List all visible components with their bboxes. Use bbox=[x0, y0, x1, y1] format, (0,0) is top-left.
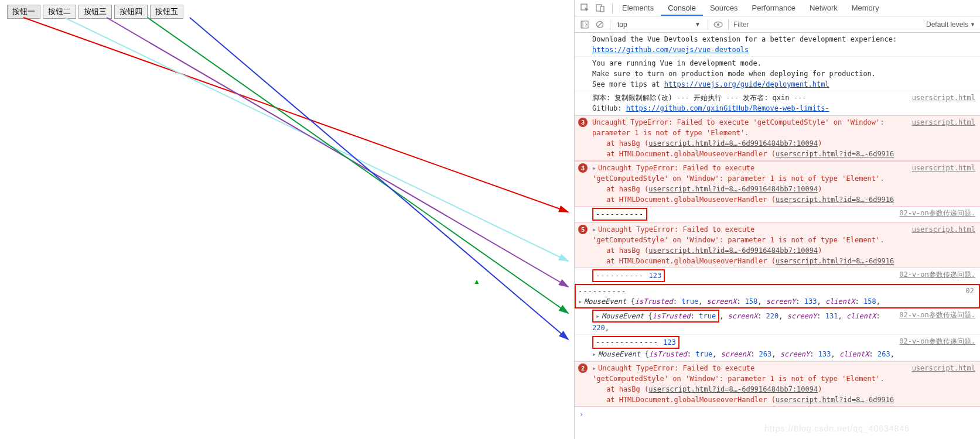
expand-arrow-icon[interactable]: ▸ bbox=[592, 224, 598, 235]
tab-sources[interactable]: Sources bbox=[703, 0, 745, 16]
stack-link[interactable]: userscript.html?id=8…-6d9916484bb7:10094 bbox=[648, 246, 818, 255]
chevron-down-icon: ▼ bbox=[695, 21, 701, 28]
console-message: Download the Vue Devtools extension for … bbox=[575, 33, 980, 57]
console-toolbar: top ▼ Default levels ▼ bbox=[575, 16, 980, 33]
separator bbox=[612, 3, 613, 13]
highlighted-output: ---------- bbox=[592, 208, 647, 221]
tab-elements[interactable]: Elements bbox=[615, 0, 661, 16]
expand-arrow-icon[interactable]: ▸ bbox=[592, 349, 598, 359]
cursor-marker-icon: ▲ bbox=[473, 277, 480, 286]
stack-trace: at hasBg (userscript.html?id=8…-6d991648… bbox=[592, 245, 975, 266]
execution-context-select[interactable]: top ▼ bbox=[615, 19, 703, 30]
page-button-2[interactable]: 按钮二 bbox=[43, 5, 76, 19]
error-text: 'getComputedStyle' on 'Window': paramete… bbox=[592, 174, 885, 183]
error-text: Uncaught TypeError: Failed to execute bbox=[598, 364, 754, 372]
svg-rect-4 bbox=[581, 21, 583, 28]
message-text: You are running Vue in development mode. bbox=[592, 59, 762, 67]
page-button-4[interactable]: 按钮四 bbox=[114, 5, 148, 19]
stack-link[interactable]: userscript.html?id=8…-6d9916484bb7:10094 bbox=[648, 139, 818, 148]
source-link[interactable]: userscript.html bbox=[912, 92, 975, 103]
tab-performance[interactable]: Performance bbox=[745, 0, 803, 16]
console-message: 02-v-on参数传递问题. ---------- bbox=[575, 207, 980, 222]
log-text: ---------- bbox=[578, 287, 626, 295]
source-link[interactable]: 02 bbox=[964, 286, 976, 296]
separator bbox=[708, 19, 708, 30]
object-preview: {isTrusted: true bbox=[648, 312, 716, 320]
console-message: userscript.html 脚本: 复制限制解除(改) --- 开始执行 -… bbox=[575, 91, 980, 115]
page-button-1[interactable]: 按钮一 bbox=[7, 5, 40, 19]
source-link[interactable]: 02-v-on参数传递问题. bbox=[899, 208, 975, 218]
tab-network[interactable]: Network bbox=[803, 0, 845, 16]
levels-label: Default levels bbox=[926, 20, 968, 29]
page-button-3[interactable]: 按钮三 bbox=[78, 5, 112, 19]
source-link[interactable]: userscript.html bbox=[912, 117, 975, 128]
source-link[interactable]: 02-v-on参数传递问题. bbox=[899, 310, 975, 320]
message-text: See more tips at bbox=[592, 80, 664, 88]
highlighted-output: ▸MouseEvent {isTrusted: true bbox=[592, 310, 719, 323]
console-sidebar-toggle-icon[interactable] bbox=[579, 19, 590, 30]
source-link[interactable]: userscript.html bbox=[912, 163, 975, 173]
expand-arrow-icon[interactable]: ▸ bbox=[596, 311, 602, 321]
stack-trace: at hasBg (userscript.html?id=8…-6d991648… bbox=[592, 384, 975, 405]
highlighted-output: ---------- 123 bbox=[592, 269, 665, 282]
stack-link[interactable]: userscript.html?id=8…-6d9916 bbox=[776, 196, 894, 204]
highlighted-output: ------------- 123 bbox=[592, 336, 679, 349]
svg-rect-2 bbox=[600, 6, 604, 12]
log-levels-select[interactable]: Default levels ▼ bbox=[926, 20, 975, 29]
stack-link[interactable]: userscript.html?id=8…-6d9916 bbox=[776, 396, 894, 404]
console-message: 02-v-on参数传递问题. ▸MouseEvent {isTrusted: t… bbox=[575, 308, 980, 335]
chevron-down-icon: ▼ bbox=[970, 22, 975, 28]
error-text: Uncaught TypeError: Failed to execute 'g… bbox=[592, 118, 885, 137]
page-button-5[interactable]: 按钮五 bbox=[150, 5, 183, 19]
inspect-element-icon[interactable] bbox=[579, 2, 591, 14]
source-link[interactable]: 02-v-on参数传递问题. bbox=[899, 336, 975, 347]
object-preview: {isTrusted: true, screenX: 263, screenY:… bbox=[644, 350, 894, 358]
error-text: 'getComputedStyle' on 'Window': paramete… bbox=[592, 236, 885, 244]
source-link[interactable]: userscript.html bbox=[912, 363, 975, 373]
message-text: GitHub: bbox=[592, 104, 626, 112]
stack-link[interactable]: userscript.html?id=8…-6d9916484bb7:10094 bbox=[648, 185, 818, 193]
stack-trace: at hasBg (userscript.html?id=8…-6d991648… bbox=[592, 138, 975, 159]
button-row: 按钮一 按钮二 按钮三 按钮四 按钮五 bbox=[0, 0, 574, 23]
console-output[interactable]: Download the Vue Devtools extension for … bbox=[575, 33, 980, 439]
error-text: Uncaught TypeError: Failed to execute bbox=[598, 225, 754, 234]
console-filter-input[interactable] bbox=[733, 20, 833, 29]
error-count-badge: 3 bbox=[578, 163, 588, 173]
object-type: MouseEvent bbox=[598, 350, 640, 358]
error-count-badge: 2 bbox=[578, 363, 588, 373]
tab-console[interactable]: Console bbox=[661, 0, 703, 16]
tab-memory[interactable]: Memory bbox=[845, 0, 886, 16]
stack-link[interactable]: userscript.html?id=8…-6d9916 bbox=[776, 257, 894, 265]
error-text: Uncaught TypeError: Failed to execute bbox=[598, 164, 754, 172]
console-error: 3 userscript.html ▸Uncaught TypeError: F… bbox=[575, 161, 980, 207]
expand-arrow-icon[interactable]: ▸ bbox=[578, 296, 584, 307]
link[interactable]: https://github.com/qxinGitHub/Remove-web… bbox=[626, 104, 829, 112]
separator bbox=[610, 19, 610, 30]
link[interactable]: https://github.com/vuejs/vue-devtools bbox=[592, 46, 749, 54]
console-message: 02 ---------- ▸MouseEvent {isTrusted: tr… bbox=[575, 284, 980, 308]
source-link[interactable]: userscript.html bbox=[912, 224, 975, 235]
svg-line-6 bbox=[597, 22, 602, 27]
toggle-device-icon[interactable] bbox=[595, 2, 606, 14]
console-prompt[interactable]: › bbox=[575, 407, 980, 422]
separator bbox=[728, 19, 729, 30]
error-text: 'getComputedStyle' on 'Window': paramete… bbox=[592, 375, 885, 383]
message-text: Make sure to turn on production mode whe… bbox=[592, 70, 876, 78]
stack-link[interactable]: userscript.html?id=8…-6d9916484bb7:10094 bbox=[648, 385, 818, 393]
web-page-viewport: 按钮一 按钮二 按钮三 按钮四 按钮五 ▲ bbox=[0, 0, 574, 439]
console-error: 3 userscript.html Uncaught TypeError: Fa… bbox=[575, 115, 980, 161]
console-error: 2 userscript.html ▸Uncaught TypeError: F… bbox=[575, 361, 980, 407]
error-count-badge: 5 bbox=[578, 225, 588, 234]
context-label: top bbox=[617, 20, 627, 29]
stack-link[interactable]: userscript.html?id=8…-6d9916 bbox=[776, 150, 894, 158]
expand-arrow-icon[interactable]: ▸ bbox=[592, 163, 598, 173]
clear-console-icon[interactable] bbox=[595, 19, 605, 30]
expand-arrow-icon[interactable]: ▸ bbox=[592, 363, 598, 373]
link[interactable]: https://vuejs.org/guide/deployment.html bbox=[664, 80, 829, 88]
console-message: You are running Vue in development mode.… bbox=[575, 57, 980, 91]
message-text: 脚本: 复制限制解除(改) --- 开始执行 --- 发布者: qxin --- bbox=[592, 94, 806, 102]
object-preview: {isTrusted: true, screenX: 158, screenY:… bbox=[630, 297, 880, 306]
source-link[interactable]: 02-v-on参数传递问题. bbox=[899, 269, 975, 280]
devtools-panel: Elements Console Sources Performance Net… bbox=[574, 0, 980, 439]
live-expression-icon[interactable] bbox=[713, 19, 723, 30]
